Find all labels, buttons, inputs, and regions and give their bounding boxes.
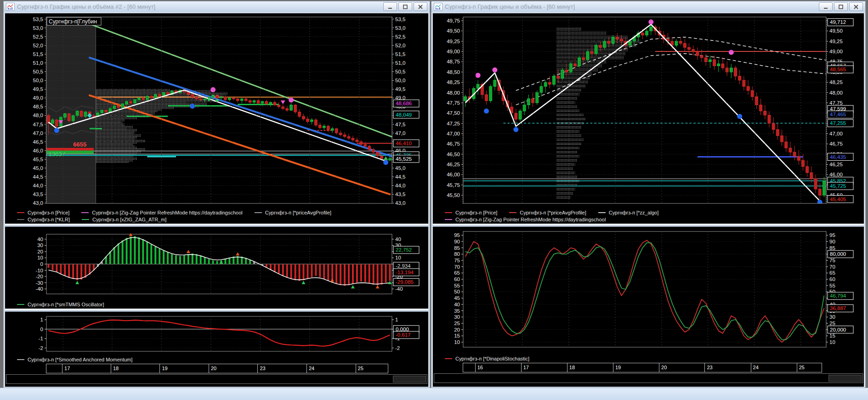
svg-text:-2,934: -2,934 bbox=[396, 263, 411, 269]
svg-text:52,0: 52,0 bbox=[33, 43, 43, 48]
svg-text:47,255: 47,255 bbox=[830, 120, 846, 126]
chart-icon bbox=[434, 3, 443, 11]
time-axis-cell: 17 bbox=[521, 363, 567, 372]
svg-text:85: 85 bbox=[829, 245, 835, 251]
svg-text:-1: -1 bbox=[39, 336, 43, 341]
legend-dash-icon bbox=[509, 212, 516, 213]
legend-item: Сургнфгз-п [*KLR] bbox=[17, 217, 70, 222]
svg-text:49,5: 49,5 bbox=[395, 86, 405, 92]
maximize-button[interactable] bbox=[834, 2, 848, 11]
svg-text:51,5: 51,5 bbox=[33, 51, 43, 57]
maximize-button[interactable] bbox=[398, 2, 412, 11]
time-axis: 1617181920232425 bbox=[463, 363, 826, 372]
tmms-oscillator-panel[interactable]: -40-40-30-30-20-20-10-100010102020303040… bbox=[5, 227, 428, 300]
time-axis-cell: 24 bbox=[306, 364, 356, 373]
svg-text:45,5: 45,5 bbox=[33, 157, 43, 162]
svg-text:46,00: 46,00 bbox=[447, 172, 460, 177]
svg-text:45,0: 45,0 bbox=[395, 165, 405, 171]
minimize-button[interactable] bbox=[383, 2, 397, 11]
svg-text:1: 1 bbox=[40, 317, 43, 322]
svg-text:95: 95 bbox=[454, 232, 460, 238]
svg-text:-40: -40 bbox=[395, 286, 403, 292]
titlebar[interactable]: Сургнфгз-п График цены и объёма #2 - [60… bbox=[4, 1, 430, 12]
time-axis-cell: 18 bbox=[111, 364, 160, 373]
panel-splitter[interactable] bbox=[433, 224, 864, 227]
svg-text:47,5: 47,5 bbox=[395, 122, 405, 127]
legend-label: Сургнфгз-п [xZIG_ZAG_ATR_m] bbox=[92, 217, 166, 222]
svg-text:45,0: 45,0 bbox=[33, 165, 43, 171]
legend-dash-icon bbox=[598, 212, 606, 213]
svg-text:47,50: 47,50 bbox=[447, 110, 460, 116]
scroll-thumb[interactable] bbox=[393, 376, 426, 383]
svg-text:-10: -10 bbox=[35, 268, 43, 273]
legend-item: Сургнфгз-п [*priceAvgProfile] bbox=[509, 210, 586, 215]
svg-text:49,0: 49,0 bbox=[33, 95, 43, 101]
svg-text:0: 0 bbox=[40, 327, 43, 332]
svg-text:47,5: 47,5 bbox=[33, 122, 43, 127]
legend-label: Сургнфгз-п [Price] bbox=[28, 210, 69, 215]
panel-splitter[interactable] bbox=[5, 224, 428, 227]
time-axis-cell: 25 bbox=[356, 364, 388, 373]
svg-text:Сургнфгз-п[Глубин: Сургнфгз-п[Глубин bbox=[49, 18, 97, 25]
svg-text:52,0: 52,0 bbox=[395, 43, 405, 48]
svg-text:20: 20 bbox=[37, 249, 43, 254]
window-title: Сургнфгз-п График цены и объёма #2 - [60… bbox=[17, 3, 381, 10]
svg-text:48,5: 48,5 bbox=[33, 104, 43, 109]
svg-text:-40: -40 bbox=[35, 286, 43, 292]
svg-text:47,75: 47,75 bbox=[829, 100, 843, 106]
price-volume-chart[interactable]: 66551363743,043,043,543,544,044,044,544,… bbox=[5, 13, 428, 208]
scroll-thumb[interactable] bbox=[828, 375, 862, 382]
svg-text:51,0: 51,0 bbox=[395, 60, 405, 66]
minimize-button[interactable] bbox=[819, 2, 833, 11]
svg-text:70: 70 bbox=[829, 264, 835, 270]
svg-text:80: 80 bbox=[454, 251, 460, 257]
svg-text:50,0: 50,0 bbox=[395, 78, 405, 83]
svg-text:-2: -2 bbox=[39, 345, 43, 351]
legend-item: Сургнфгз-п [*smTMMS Oscillator] bbox=[17, 302, 104, 307]
svg-text:43,0: 43,0 bbox=[33, 200, 43, 206]
horizontal-scrollbar[interactable] bbox=[6, 374, 427, 384]
svg-text:90: 90 bbox=[454, 239, 460, 244]
legend-item: Сургнфгз-п [*Smoothed Anchored Momentum] bbox=[17, 357, 132, 362]
svg-text:53,5: 53,5 bbox=[33, 17, 43, 22]
time-axis-cell: 20 bbox=[209, 364, 258, 373]
price-volume-chart[interactable]: 45,5045,5045,7545,7546,0046,0046,2546,25… bbox=[433, 13, 864, 208]
svg-text:45,525: 45,525 bbox=[396, 156, 412, 162]
time-axis-cell: 17 bbox=[62, 364, 111, 373]
legend-label: Сургнфгз-п [Zig-Zag Pointer RefreshMode … bbox=[455, 217, 606, 222]
svg-text:49,25: 49,25 bbox=[447, 39, 460, 44]
close-button[interactable] bbox=[849, 2, 863, 11]
svg-text:47,0: 47,0 bbox=[395, 130, 405, 136]
svg-text:10: 10 bbox=[454, 339, 460, 345]
svg-text:46,75: 46,75 bbox=[829, 141, 843, 146]
svg-text:65: 65 bbox=[829, 270, 835, 276]
chart-icon bbox=[6, 3, 15, 11]
svg-text:49,25: 49,25 bbox=[829, 39, 843, 44]
svg-text:20: 20 bbox=[454, 327, 460, 332]
svg-text:46,410: 46,410 bbox=[396, 141, 412, 146]
momentum-panel[interactable]: -2-2-1-100110,000-0,617 bbox=[5, 312, 428, 355]
svg-text:43,0: 43,0 bbox=[395, 200, 405, 206]
svg-text:50,0: 50,0 bbox=[33, 78, 43, 83]
svg-text:53,0: 53,0 bbox=[395, 25, 405, 31]
svg-text:48,686: 48,686 bbox=[396, 101, 412, 106]
svg-text:10: 10 bbox=[395, 255, 401, 260]
svg-text:-0,617: -0,617 bbox=[396, 332, 411, 338]
titlebar[interactable]: Сургнфгз-п График цены и объёма - [60 ми… bbox=[431, 1, 865, 12]
svg-text:49,00: 49,00 bbox=[447, 49, 460, 54]
svg-text:85: 85 bbox=[454, 245, 460, 251]
stochastic-panel[interactable]: 1010151520202525303035354040454550505555… bbox=[433, 227, 864, 355]
legend-dash-icon bbox=[445, 212, 452, 213]
chart-window-2: Сургнфгз-п График цены и объёма - [60 ми… bbox=[431, 1, 866, 389]
svg-text:48,565: 48,565 bbox=[830, 67, 846, 72]
svg-text:43,5: 43,5 bbox=[33, 192, 43, 197]
horizontal-scrollbar[interactable] bbox=[434, 373, 863, 383]
close-button[interactable] bbox=[414, 2, 427, 11]
panel-splitter[interactable] bbox=[5, 309, 428, 312]
svg-text:90: 90 bbox=[829, 239, 835, 244]
time-axis-cell: 20 bbox=[659, 363, 705, 372]
svg-text:95: 95 bbox=[829, 232, 835, 238]
svg-text:46,5: 46,5 bbox=[33, 139, 43, 145]
legend-item: Сургнфгз-п [Zig-Zag Pointer RefreshMode … bbox=[81, 210, 242, 215]
svg-text:-30: -30 bbox=[35, 280, 43, 286]
